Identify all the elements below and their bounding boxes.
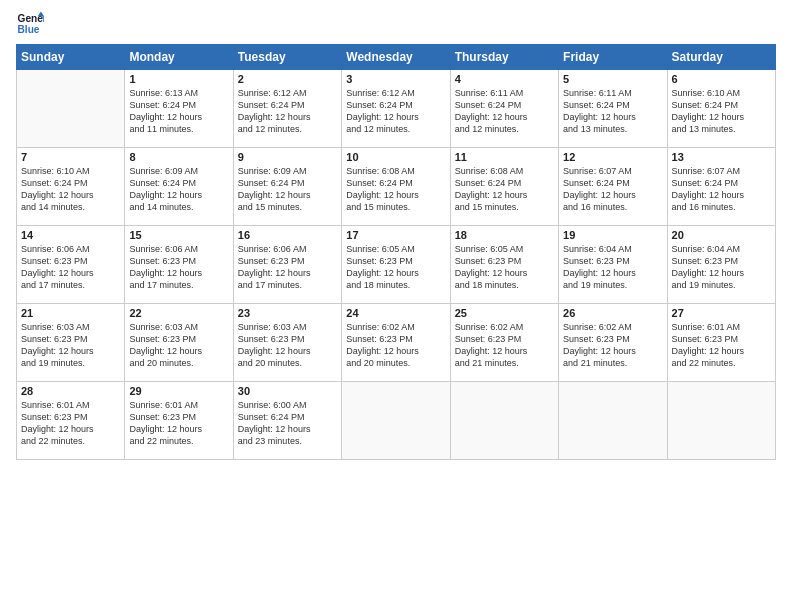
page: General Blue SundayMondayTuesdayWednesda… — [0, 0, 792, 612]
calendar-cell: 2Sunrise: 6:12 AMSunset: 6:24 PMDaylight… — [233, 70, 341, 148]
calendar-cell: 15Sunrise: 6:06 AMSunset: 6:23 PMDayligh… — [125, 226, 233, 304]
week-row-4: 21Sunrise: 6:03 AMSunset: 6:23 PMDayligh… — [17, 304, 776, 382]
week-row-1: 1Sunrise: 6:13 AMSunset: 6:24 PMDaylight… — [17, 70, 776, 148]
cell-content: Sunrise: 6:08 AMSunset: 6:24 PMDaylight:… — [455, 165, 554, 214]
cell-content: Sunrise: 6:01 AMSunset: 6:23 PMDaylight:… — [129, 399, 228, 448]
calendar-cell: 1Sunrise: 6:13 AMSunset: 6:24 PMDaylight… — [125, 70, 233, 148]
calendar-cell: 28Sunrise: 6:01 AMSunset: 6:23 PMDayligh… — [17, 382, 125, 460]
cell-content: Sunrise: 6:03 AMSunset: 6:23 PMDaylight:… — [238, 321, 337, 370]
date-number: 28 — [21, 385, 120, 397]
calendar-cell: 24Sunrise: 6:02 AMSunset: 6:23 PMDayligh… — [342, 304, 450, 382]
calendar-cell: 18Sunrise: 6:05 AMSunset: 6:23 PMDayligh… — [450, 226, 558, 304]
cell-content: Sunrise: 6:11 AMSunset: 6:24 PMDaylight:… — [455, 87, 554, 136]
calendar-cell: 6Sunrise: 6:10 AMSunset: 6:24 PMDaylight… — [667, 70, 775, 148]
date-number: 15 — [129, 229, 228, 241]
calendar-cell: 16Sunrise: 6:06 AMSunset: 6:23 PMDayligh… — [233, 226, 341, 304]
svg-text:Blue: Blue — [18, 24, 40, 35]
cell-content: Sunrise: 6:06 AMSunset: 6:23 PMDaylight:… — [21, 243, 120, 292]
day-header-thursday: Thursday — [450, 45, 558, 70]
cell-content: Sunrise: 6:10 AMSunset: 6:24 PMDaylight:… — [672, 87, 771, 136]
cell-content: Sunrise: 6:11 AMSunset: 6:24 PMDaylight:… — [563, 87, 662, 136]
date-number: 10 — [346, 151, 445, 163]
date-number: 9 — [238, 151, 337, 163]
cell-content: Sunrise: 6:02 AMSunset: 6:23 PMDaylight:… — [455, 321, 554, 370]
date-number: 17 — [346, 229, 445, 241]
date-number: 30 — [238, 385, 337, 397]
date-number: 1 — [129, 73, 228, 85]
date-number: 14 — [21, 229, 120, 241]
cell-content: Sunrise: 6:05 AMSunset: 6:23 PMDaylight:… — [346, 243, 445, 292]
cell-content: Sunrise: 6:01 AMSunset: 6:23 PMDaylight:… — [672, 321, 771, 370]
calendar-cell: 11Sunrise: 6:08 AMSunset: 6:24 PMDayligh… — [450, 148, 558, 226]
calendar-cell: 23Sunrise: 6:03 AMSunset: 6:23 PMDayligh… — [233, 304, 341, 382]
calendar-cell: 9Sunrise: 6:09 AMSunset: 6:24 PMDaylight… — [233, 148, 341, 226]
calendar-cell: 12Sunrise: 6:07 AMSunset: 6:24 PMDayligh… — [559, 148, 667, 226]
calendar-cell: 25Sunrise: 6:02 AMSunset: 6:23 PMDayligh… — [450, 304, 558, 382]
calendar-cell: 13Sunrise: 6:07 AMSunset: 6:24 PMDayligh… — [667, 148, 775, 226]
cell-content: Sunrise: 6:02 AMSunset: 6:23 PMDaylight:… — [346, 321, 445, 370]
day-header-wednesday: Wednesday — [342, 45, 450, 70]
cell-content: Sunrise: 6:09 AMSunset: 6:24 PMDaylight:… — [129, 165, 228, 214]
date-number: 4 — [455, 73, 554, 85]
cell-content: Sunrise: 6:07 AMSunset: 6:24 PMDaylight:… — [563, 165, 662, 214]
calendar-cell — [342, 382, 450, 460]
cell-content: Sunrise: 6:10 AMSunset: 6:24 PMDaylight:… — [21, 165, 120, 214]
date-number: 8 — [129, 151, 228, 163]
calendar-cell — [559, 382, 667, 460]
date-number: 27 — [672, 307, 771, 319]
cell-content: Sunrise: 6:13 AMSunset: 6:24 PMDaylight:… — [129, 87, 228, 136]
calendar-cell: 14Sunrise: 6:06 AMSunset: 6:23 PMDayligh… — [17, 226, 125, 304]
date-number: 25 — [455, 307, 554, 319]
cell-content: Sunrise: 6:04 AMSunset: 6:23 PMDaylight:… — [563, 243, 662, 292]
calendar-cell: 19Sunrise: 6:04 AMSunset: 6:23 PMDayligh… — [559, 226, 667, 304]
date-number: 21 — [21, 307, 120, 319]
cell-content: Sunrise: 6:04 AMSunset: 6:23 PMDaylight:… — [672, 243, 771, 292]
week-row-5: 28Sunrise: 6:01 AMSunset: 6:23 PMDayligh… — [17, 382, 776, 460]
day-header-sunday: Sunday — [17, 45, 125, 70]
calendar-cell: 8Sunrise: 6:09 AMSunset: 6:24 PMDaylight… — [125, 148, 233, 226]
calendar-cell — [450, 382, 558, 460]
cell-content: Sunrise: 6:07 AMSunset: 6:24 PMDaylight:… — [672, 165, 771, 214]
date-number: 20 — [672, 229, 771, 241]
day-header-monday: Monday — [125, 45, 233, 70]
calendar-cell: 3Sunrise: 6:12 AMSunset: 6:24 PMDaylight… — [342, 70, 450, 148]
calendar-cell: 27Sunrise: 6:01 AMSunset: 6:23 PMDayligh… — [667, 304, 775, 382]
cell-content: Sunrise: 6:06 AMSunset: 6:23 PMDaylight:… — [238, 243, 337, 292]
calendar-cell: 10Sunrise: 6:08 AMSunset: 6:24 PMDayligh… — [342, 148, 450, 226]
week-row-2: 7Sunrise: 6:10 AMSunset: 6:24 PMDaylight… — [17, 148, 776, 226]
date-number: 5 — [563, 73, 662, 85]
calendar-cell: 4Sunrise: 6:11 AMSunset: 6:24 PMDaylight… — [450, 70, 558, 148]
date-number: 3 — [346, 73, 445, 85]
cell-content: Sunrise: 6:02 AMSunset: 6:23 PMDaylight:… — [563, 321, 662, 370]
date-number: 12 — [563, 151, 662, 163]
header: General Blue — [16, 10, 776, 38]
week-row-3: 14Sunrise: 6:06 AMSunset: 6:23 PMDayligh… — [17, 226, 776, 304]
calendar-cell: 5Sunrise: 6:11 AMSunset: 6:24 PMDaylight… — [559, 70, 667, 148]
calendar-cell: 17Sunrise: 6:05 AMSunset: 6:23 PMDayligh… — [342, 226, 450, 304]
date-number: 29 — [129, 385, 228, 397]
cell-content: Sunrise: 6:12 AMSunset: 6:24 PMDaylight:… — [238, 87, 337, 136]
cell-content: Sunrise: 6:01 AMSunset: 6:23 PMDaylight:… — [21, 399, 120, 448]
day-header-saturday: Saturday — [667, 45, 775, 70]
cell-content: Sunrise: 6:03 AMSunset: 6:23 PMDaylight:… — [129, 321, 228, 370]
date-number: 6 — [672, 73, 771, 85]
date-number: 13 — [672, 151, 771, 163]
calendar-cell: 20Sunrise: 6:04 AMSunset: 6:23 PMDayligh… — [667, 226, 775, 304]
cell-content: Sunrise: 6:09 AMSunset: 6:24 PMDaylight:… — [238, 165, 337, 214]
calendar-cell: 30Sunrise: 6:00 AMSunset: 6:24 PMDayligh… — [233, 382, 341, 460]
calendar-cell: 21Sunrise: 6:03 AMSunset: 6:23 PMDayligh… — [17, 304, 125, 382]
calendar-cell: 29Sunrise: 6:01 AMSunset: 6:23 PMDayligh… — [125, 382, 233, 460]
cell-content: Sunrise: 6:06 AMSunset: 6:23 PMDaylight:… — [129, 243, 228, 292]
day-header-friday: Friday — [559, 45, 667, 70]
calendar-header-row: SundayMondayTuesdayWednesdayThursdayFrid… — [17, 45, 776, 70]
calendar-table: SundayMondayTuesdayWednesdayThursdayFrid… — [16, 44, 776, 460]
date-number: 26 — [563, 307, 662, 319]
cell-content: Sunrise: 6:08 AMSunset: 6:24 PMDaylight:… — [346, 165, 445, 214]
date-number: 18 — [455, 229, 554, 241]
cell-content: Sunrise: 6:12 AMSunset: 6:24 PMDaylight:… — [346, 87, 445, 136]
date-number: 22 — [129, 307, 228, 319]
date-number: 19 — [563, 229, 662, 241]
cell-content: Sunrise: 6:05 AMSunset: 6:23 PMDaylight:… — [455, 243, 554, 292]
day-header-tuesday: Tuesday — [233, 45, 341, 70]
calendar-body: 1Sunrise: 6:13 AMSunset: 6:24 PMDaylight… — [17, 70, 776, 460]
